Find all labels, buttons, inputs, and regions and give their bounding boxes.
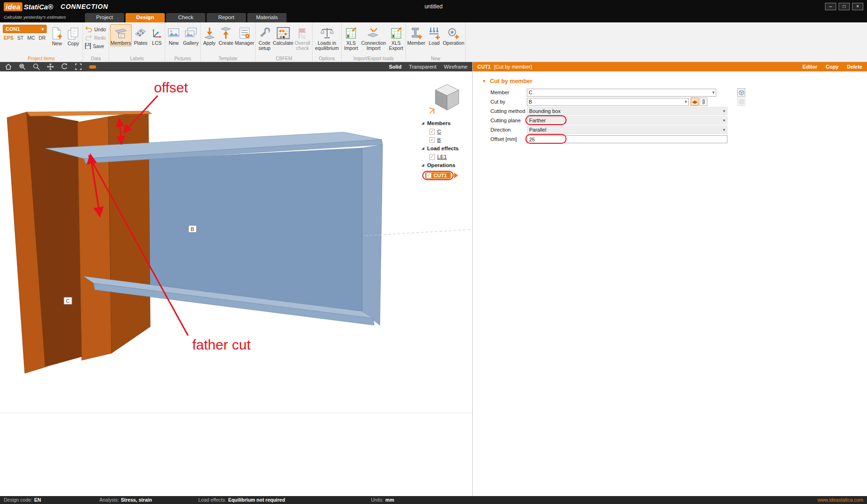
display-mode-wireframe[interactable]: Wireframe bbox=[444, 64, 468, 70]
checkbox-member-c[interactable]: ✓ bbox=[429, 129, 435, 134]
copy-project-item-button[interactable]: Copy bbox=[67, 25, 80, 47]
create-template-button[interactable]: Create bbox=[218, 24, 234, 46]
checkbox-cut1[interactable]: ✓ bbox=[426, 173, 432, 178]
checkbox-member-b[interactable]: ✓ bbox=[429, 137, 435, 143]
tab-project[interactable]: Project bbox=[85, 13, 124, 22]
create-template-icon bbox=[220, 26, 231, 41]
tree-item-le1[interactable]: ✓ LE1 bbox=[421, 153, 474, 161]
mode-mc[interactable]: MC bbox=[27, 35, 35, 41]
tree-group-members[interactable]: ◢ Members bbox=[421, 119, 474, 127]
section-cut-by-member[interactable]: ▼ Cut by member bbox=[482, 78, 867, 84]
calculate-button[interactable]: Calculate bbox=[273, 24, 293, 51]
offset-input[interactable] bbox=[527, 135, 727, 143]
3d-viewport[interactable]: B C offset father cut bbox=[0, 71, 472, 496]
copy-operation-button[interactable]: Copy bbox=[825, 64, 839, 70]
tree-item-member-c-label[interactable]: C bbox=[437, 129, 441, 134]
tree-group-load-effects-label: Load effects bbox=[427, 146, 459, 151]
new-member-button[interactable]: Member bbox=[407, 24, 426, 46]
group-label-template: Template bbox=[201, 56, 255, 61]
group-label-options: Options bbox=[313, 56, 341, 61]
home-view-button[interactable] bbox=[5, 63, 12, 70]
new-project-item-button[interactable]: New bbox=[51, 25, 63, 47]
close-button[interactable]: × bbox=[852, 3, 863, 10]
gallery-button[interactable]: Gallery bbox=[182, 24, 199, 46]
plates-label: Plates bbox=[134, 41, 147, 46]
mode-dr[interactable]: DR bbox=[39, 35, 46, 41]
cut-by-grid-button[interactable] bbox=[737, 98, 745, 106]
member-label: Member bbox=[490, 90, 527, 95]
tree-item-member-b-label[interactable]: B bbox=[437, 137, 441, 143]
apply-template-button[interactable]: Apply bbox=[202, 24, 217, 46]
new-operation-button[interactable]: Operation bbox=[443, 24, 464, 46]
tab-materials[interactable]: Materials bbox=[247, 13, 287, 22]
navigation-cube[interactable] bbox=[428, 78, 466, 118]
minimize-button[interactable]: – bbox=[825, 3, 836, 10]
cut-plate-horizontal-toggle[interactable] bbox=[691, 98, 699, 106]
editor-button[interactable]: Editor bbox=[803, 64, 818, 70]
mode-eps[interactable]: EPS bbox=[4, 35, 14, 41]
direction-value: Parallel bbox=[529, 127, 721, 133]
cut-plate-vertical-toggle[interactable] bbox=[699, 98, 707, 106]
cut1-selected-pill[interactable]: ✓ CUT1 bbox=[425, 172, 451, 179]
overall-check-button[interactable]: Overall check bbox=[294, 24, 311, 51]
fit-view-button[interactable] bbox=[75, 63, 82, 70]
tree-item-member-c[interactable]: ✓ C bbox=[421, 127, 474, 136]
tree-group-load-effects[interactable]: ◢ Load effects bbox=[421, 144, 474, 153]
chevron-down-icon: ▾ bbox=[723, 127, 725, 132]
chevron-down-icon: ▾ bbox=[723, 118, 725, 123]
member-c-label[interactable]: C bbox=[64, 297, 72, 304]
zoom-window-button[interactable] bbox=[19, 63, 26, 70]
connection-import-button[interactable]: Connection Import bbox=[361, 24, 387, 51]
delete-operation-button[interactable]: Delete bbox=[847, 64, 862, 70]
tree-item-cut1[interactable]: ✓ CUT1 bbox=[421, 171, 474, 180]
member-b-label[interactable]: B bbox=[189, 225, 196, 232]
loads-in-equilibrium-label: Loads in equilibrium bbox=[314, 41, 340, 51]
tab-report[interactable]: Report bbox=[207, 13, 246, 22]
status-bar: Design code:EN Analysis:Stress, strain L… bbox=[0, 496, 867, 504]
tree-group-members-label: Members bbox=[427, 120, 451, 126]
member-pick-in-3d-button[interactable] bbox=[737, 88, 745, 97]
tree-item-member-b[interactable]: ✓ B bbox=[421, 136, 474, 144]
new-load-button[interactable]: Load bbox=[427, 24, 442, 46]
redo-button[interactable]: Redo bbox=[85, 34, 107, 42]
orange-tool-icon[interactable] bbox=[89, 63, 97, 70]
template-manager-button[interactable]: Manager bbox=[235, 24, 254, 46]
xls-import-button[interactable]: XLS Import bbox=[343, 24, 360, 51]
tree-group-operations[interactable]: ◢ Operations bbox=[421, 161, 474, 169]
save-icon bbox=[85, 43, 91, 50]
application-window: idea StatiCa® CONNECTION untitled – □ × … bbox=[0, 0, 867, 504]
tab-check[interactable]: Check bbox=[166, 13, 205, 22]
zoom-button[interactable] bbox=[33, 63, 40, 70]
save-button[interactable]: Save bbox=[85, 42, 107, 50]
maximize-button[interactable]: □ bbox=[839, 3, 850, 10]
undo-button[interactable]: Undo bbox=[85, 26, 107, 33]
checkbox-le1[interactable]: ✓ bbox=[429, 154, 435, 160]
tree-group-operations-label: Operations bbox=[427, 162, 455, 168]
3d-scene[interactable]: B C offset father cut bbox=[0, 71, 472, 413]
xls-export-button[interactable]: XLS Export bbox=[387, 24, 405, 51]
website-link[interactable]: www.ideastatica.com bbox=[818, 496, 863, 504]
plates-labels-button[interactable]: Plates bbox=[133, 24, 149, 46]
collapse-icon[interactable]: ▼ bbox=[482, 79, 486, 84]
members-labels-button[interactable]: Members bbox=[110, 24, 132, 46]
display-mode-transparent[interactable]: Transparent bbox=[409, 64, 436, 70]
display-mode-solid[interactable]: Solid bbox=[389, 64, 401, 70]
rotate-view-button[interactable] bbox=[61, 63, 68, 70]
new-picture-button[interactable]: New bbox=[166, 24, 182, 46]
cutting-plane-combobox[interactable]: Farther ▾ bbox=[527, 116, 727, 125]
mode-st[interactable]: ST bbox=[17, 35, 23, 41]
pan-button[interactable] bbox=[47, 63, 54, 70]
loads-in-equilibrium-button[interactable]: Loads in equilibrium bbox=[314, 24, 340, 51]
lcs-labels-button[interactable]: LCS bbox=[150, 24, 164, 46]
ribbon-group-new: Member Load Operation New bbox=[406, 22, 466, 62]
cutting-method-combobox[interactable]: Bounding box ▾ bbox=[527, 107, 727, 115]
project-item-selector[interactable]: CON1 ▾ bbox=[3, 25, 47, 33]
code-setup-button[interactable]: Code setup bbox=[257, 24, 273, 51]
design-code-value: EN bbox=[34, 497, 41, 503]
member-combobox[interactable]: C ▾ bbox=[527, 89, 716, 97]
cut-by-combobox[interactable]: B ▾ bbox=[527, 98, 689, 106]
tab-design[interactable]: Design bbox=[126, 13, 165, 22]
tree-item-le1-label[interactable]: LE1 bbox=[437, 154, 447, 160]
direction-combobox[interactable]: Parallel ▾ bbox=[527, 126, 727, 134]
minimize-icon: – bbox=[829, 4, 832, 9]
